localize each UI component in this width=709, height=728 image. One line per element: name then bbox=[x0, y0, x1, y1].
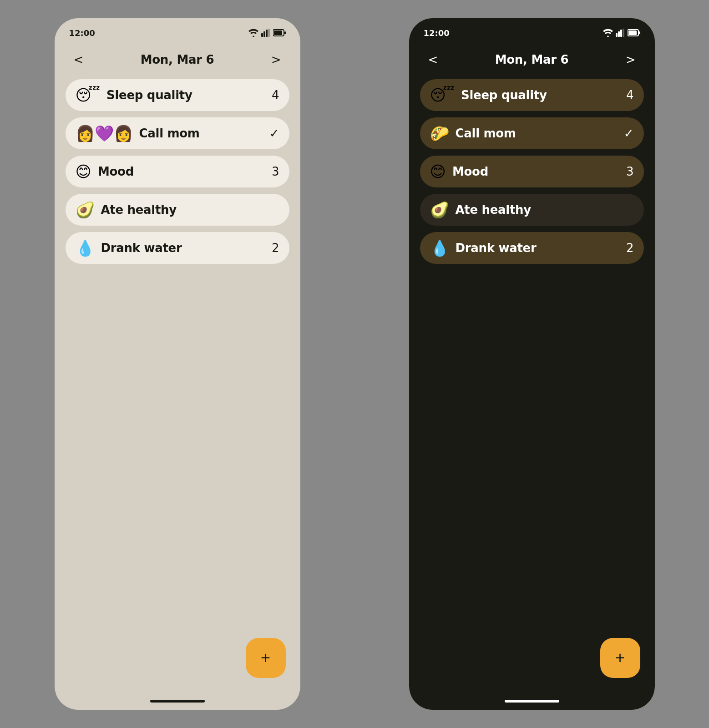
habit-left-ate-light: 🥑 Ate healthy bbox=[76, 202, 177, 217]
ate-emoji-dark: 🥑 bbox=[430, 202, 449, 217]
mood-emoji-light: 😊 bbox=[76, 164, 91, 179]
svg-rect-13 bbox=[628, 30, 637, 35]
mood-label-light: Mood bbox=[98, 165, 134, 178]
header-title-dark: Mon, Mar 6 bbox=[495, 53, 569, 66]
header-dark: < Mon, Mar 6 > bbox=[409, 44, 655, 79]
habit-left-water-dark: 💧 Drank water bbox=[430, 240, 537, 256]
water-label-light: Drank water bbox=[101, 241, 182, 255]
svg-rect-1 bbox=[263, 31, 265, 37]
habit-item-sleep-dark[interactable]: 😴 Sleep quality 4 bbox=[420, 79, 644, 111]
status-icons-light bbox=[248, 29, 286, 37]
header-title-light: Mon, Mar 6 bbox=[141, 53, 214, 66]
habit-list-dark: 😴 Sleep quality 4 🌮 Call mom ✓ 😊 Mood 3 bbox=[409, 79, 655, 638]
signal-icon-dark bbox=[616, 29, 625, 37]
svg-rect-5 bbox=[284, 31, 286, 34]
ate-label-dark: Ate healthy bbox=[456, 203, 531, 217]
habit-item-water-dark[interactable]: 💧 Drank water 2 bbox=[420, 232, 644, 264]
svg-rect-2 bbox=[266, 30, 268, 37]
ate-label-light: Ate healthy bbox=[101, 203, 177, 217]
home-indicator-light bbox=[55, 700, 300, 710]
habit-left-ate-dark: 🥑 Ate healthy bbox=[430, 202, 531, 217]
mood-emoji-dark: 😊 bbox=[430, 164, 446, 179]
sleep-label-dark: Sleep quality bbox=[461, 88, 547, 102]
habit-left-callmom-light: 👩‍💜‍👩 Call mom bbox=[76, 126, 200, 141]
callmom-emoji-dark: 🌮 bbox=[430, 126, 449, 141]
sleep-label-light: Sleep quality bbox=[106, 88, 192, 102]
next-arrow-dark[interactable]: > bbox=[621, 51, 640, 68]
fab-area-dark: + bbox=[409, 638, 655, 700]
habit-item-callmom-dark[interactable]: 🌮 Call mom ✓ bbox=[420, 117, 644, 149]
svg-rect-3 bbox=[268, 29, 270, 37]
sleep-emoji-light: 😴 bbox=[76, 87, 101, 103]
prev-arrow-light[interactable]: < bbox=[69, 51, 88, 68]
habit-item-water-light[interactable]: 💧 Drank water 2 bbox=[66, 232, 289, 264]
callmom-emoji-light: 👩‍💜‍👩 bbox=[76, 126, 133, 141]
svg-rect-0 bbox=[261, 33, 263, 37]
svg-rect-12 bbox=[639, 31, 640, 34]
habit-list-light: 😴 Sleep quality 4 👩‍💜‍👩 Call mom ✓ 😊 Moo… bbox=[55, 79, 300, 638]
status-icons-dark bbox=[603, 29, 640, 37]
svg-rect-7 bbox=[616, 33, 618, 37]
wifi-icon-dark bbox=[603, 29, 613, 37]
fab-area-light: + bbox=[55, 638, 300, 700]
habit-item-callmom-light[interactable]: 👩‍💜‍👩 Call mom ✓ bbox=[66, 117, 289, 149]
status-bar-dark: 12:00 bbox=[409, 18, 655, 44]
dark-phone-screen: 12:00 < Mon, Mar bbox=[409, 18, 655, 710]
svg-rect-9 bbox=[620, 30, 622, 37]
signal-icon bbox=[261, 29, 270, 37]
battery-icon bbox=[273, 29, 286, 36]
habit-item-mood-dark[interactable]: 😊 Mood 3 bbox=[420, 156, 644, 187]
habit-item-ate-dark[interactable]: 🥑 Ate healthy bbox=[420, 194, 644, 226]
habit-item-mood-light[interactable]: 😊 Mood 3 bbox=[66, 156, 289, 187]
fab-button-dark[interactable]: + bbox=[600, 638, 640, 678]
mood-value-dark: 3 bbox=[626, 165, 634, 178]
water-label-dark: Drank water bbox=[456, 241, 537, 255]
habit-left-callmom-dark: 🌮 Call mom bbox=[430, 126, 516, 141]
home-bar-light bbox=[150, 700, 205, 703]
habit-left-sleep-light: 😴 Sleep quality bbox=[76, 87, 192, 103]
sleep-value-light: 4 bbox=[272, 88, 279, 102]
prev-arrow-dark[interactable]: < bbox=[424, 51, 443, 68]
sleep-value-dark: 4 bbox=[626, 88, 634, 102]
callmom-check-light: ✓ bbox=[269, 126, 279, 140]
ate-emoji-light: 🥑 bbox=[76, 202, 95, 217]
svg-rect-10 bbox=[623, 29, 624, 37]
status-time-dark: 12:00 bbox=[424, 28, 450, 38]
mood-label-dark: Mood bbox=[452, 165, 488, 178]
battery-icon-dark bbox=[628, 29, 640, 36]
sleep-emoji-dark: 😴 bbox=[430, 87, 455, 103]
water-emoji-light: 💧 bbox=[76, 240, 95, 256]
water-value-light: 2 bbox=[272, 241, 279, 255]
light-phone-screen: 12:00 bbox=[55, 18, 300, 710]
fab-button-light[interactable]: + bbox=[246, 638, 286, 678]
wifi-icon bbox=[248, 29, 258, 37]
mood-value-light: 3 bbox=[272, 165, 279, 178]
svg-rect-8 bbox=[618, 31, 620, 37]
callmom-label-light: Call mom bbox=[139, 126, 200, 140]
status-time-light: 12:00 bbox=[69, 28, 95, 38]
next-arrow-light[interactable]: > bbox=[267, 51, 286, 68]
light-phone: 12:00 bbox=[0, 0, 354, 728]
habit-left-mood-dark: 😊 Mood bbox=[430, 164, 488, 179]
callmom-check-dark: ✓ bbox=[624, 126, 634, 140]
water-value-dark: 2 bbox=[626, 241, 634, 255]
habit-item-ate-light[interactable]: 🥑 Ate healthy bbox=[66, 194, 289, 226]
callmom-label-dark: Call mom bbox=[456, 126, 516, 140]
header-light: < Mon, Mar 6 > bbox=[55, 44, 300, 79]
home-bar-dark bbox=[505, 700, 559, 703]
home-indicator-dark bbox=[409, 700, 655, 710]
svg-rect-6 bbox=[274, 30, 282, 35]
dark-phone: 12:00 < Mon, Mar bbox=[354, 0, 709, 728]
water-emoji-dark: 💧 bbox=[430, 240, 449, 256]
habit-left-sleep-dark: 😴 Sleep quality bbox=[430, 87, 547, 103]
habit-item-sleep-light[interactable]: 😴 Sleep quality 4 bbox=[66, 79, 289, 111]
habit-left-mood-light: 😊 Mood bbox=[76, 164, 134, 179]
habit-left-water-light: 💧 Drank water bbox=[76, 240, 182, 256]
status-bar-light: 12:00 bbox=[55, 18, 300, 44]
